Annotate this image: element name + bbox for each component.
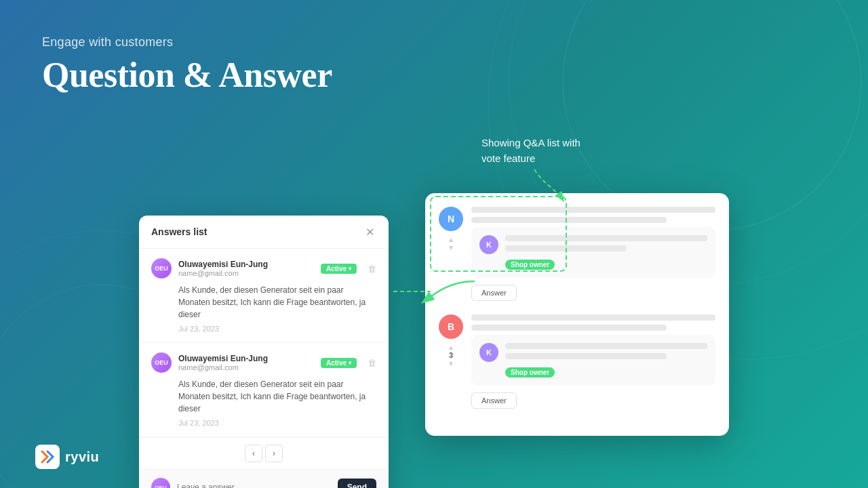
answer-avatar: K [479, 235, 498, 254]
answer-text: Als Kunde, der diesen Generator seit ein… [151, 284, 376, 321]
panel-footer: OEU Send [139, 469, 389, 488]
chevron-down-icon: ▾ [349, 266, 351, 272]
answer-item: OEU Oluwayemisi Eun-Jung name@gmail.com … [139, 249, 389, 343]
answers-panel: Answers list ✕ OEU Oluwayemisi Eun-Jung … [139, 216, 389, 488]
hero-subtitle: Engage with customers [42, 35, 332, 49]
status-badge[interactable]: Active ▾ [321, 264, 357, 274]
qa-content: K Shop owner Answer [471, 314, 715, 409]
question-line-2 [471, 217, 667, 223]
avatar: OEU [151, 352, 172, 373]
annotation-label: Showing Q&A list withvote feature [481, 137, 580, 164]
panel-header: Answers list ✕ [139, 216, 389, 249]
answer-line-1 [505, 343, 707, 349]
question-avatar: B [439, 314, 463, 339]
upvote-button[interactable]: ▲ [446, 343, 456, 351]
footer-avatar: OEU [151, 478, 170, 488]
question-line-1 [471, 207, 715, 213]
answer-text: Als Kunde, der diesen Generator seit ein… [151, 378, 376, 415]
logo-icon [35, 445, 60, 469]
upvote-button[interactable]: ▲ [446, 235, 456, 243]
prev-page-button[interactable]: ‹ [245, 445, 262, 462]
close-button[interactable]: ✕ [363, 225, 376, 239]
vote-section: ▲ 3 ▼ [446, 343, 456, 367]
vote-count: 3 [449, 351, 453, 359]
answer-date: Jul 23, 2023 [151, 325, 376, 333]
qa-content: K Shop owner Answer [471, 207, 715, 301]
user-email: name@gmail.com [178, 269, 314, 277]
answer-block: K Shop owner [471, 227, 715, 278]
logo-text: ryviu [65, 449, 99, 465]
answer-avatar: K [479, 343, 498, 362]
qa-left: B ▲ 3 ▼ [439, 314, 463, 367]
vote-section: ▲ ▼ [446, 235, 456, 251]
answer-input[interactable] [177, 483, 331, 488]
answer-row-top: OEU Oluwayemisi Eun-Jung name@gmail.com … [151, 258, 376, 279]
user-name: Oluwayemisi Eun-Jung [178, 260, 314, 269]
qa-list-panel: N ▲ ▼ K Shop owner Answer [425, 193, 729, 436]
hero-title: Question & Answer [42, 55, 332, 95]
qa-row: B ▲ 3 ▼ K Shop owner Answer [439, 314, 715, 409]
question-line-1 [471, 314, 715, 321]
status-badge[interactable]: Active ▾ [321, 358, 357, 368]
answer-item: OEU Oluwayemisi Eun-Jung name@gmail.com … [139, 343, 389, 437]
answer-lines: Shop owner [505, 235, 707, 270]
avatar: OEU [151, 258, 172, 279]
chevron-down-icon: ▾ [349, 360, 351, 366]
user-info: Oluwayemisi Eun-Jung name@gmail.com [178, 260, 314, 277]
shop-owner-badge: Shop owner [505, 260, 555, 270]
answer-date: Jul 23, 2023 [151, 419, 376, 427]
downvote-button[interactable]: ▼ [446, 243, 456, 251]
shop-owner-badge: Shop owner [505, 367, 555, 378]
answer-block: K Shop owner [471, 335, 715, 386]
user-name: Oluwayemisi Eun-Jung [178, 354, 314, 363]
panel-title: Answers list [151, 226, 207, 237]
answer-line-1 [505, 235, 707, 241]
answer-line-2 [505, 353, 667, 359]
answer-inner-row: K Shop owner [479, 343, 707, 378]
hero-section: Engage with customers Question & Answer [42, 35, 332, 95]
annotation-text: Showing Q&A list withvote feature [481, 136, 580, 166]
delete-icon[interactable]: 🗑 [368, 264, 376, 274]
logo: ryviu [35, 445, 99, 469]
answer-button[interactable]: Answer [471, 392, 517, 409]
next-page-button[interactable]: › [265, 445, 283, 462]
qa-left: N ▲ ▼ [439, 207, 463, 251]
downvote-button[interactable]: ▼ [446, 359, 456, 367]
send-button[interactable]: Send [338, 479, 376, 488]
answer-lines: Shop owner [505, 343, 707, 378]
answer-button[interactable]: Answer [471, 285, 517, 301]
answer-inner-row: K Shop owner [479, 235, 707, 270]
user-email: name@gmail.com [178, 363, 314, 371]
panel-body: OEU Oluwayemisi Eun-Jung name@gmail.com … [139, 249, 389, 437]
qa-row: N ▲ ▼ K Shop owner Answer [439, 207, 715, 301]
pagination: ‹ › [139, 437, 389, 469]
user-info: Oluwayemisi Eun-Jung name@gmail.com [178, 354, 314, 371]
answer-row-top: OEU Oluwayemisi Eun-Jung name@gmail.com … [151, 352, 376, 373]
question-line-2 [471, 325, 667, 331]
delete-icon[interactable]: 🗑 [368, 358, 376, 368]
answer-line-2 [505, 245, 627, 251]
question-avatar: N [439, 207, 463, 231]
